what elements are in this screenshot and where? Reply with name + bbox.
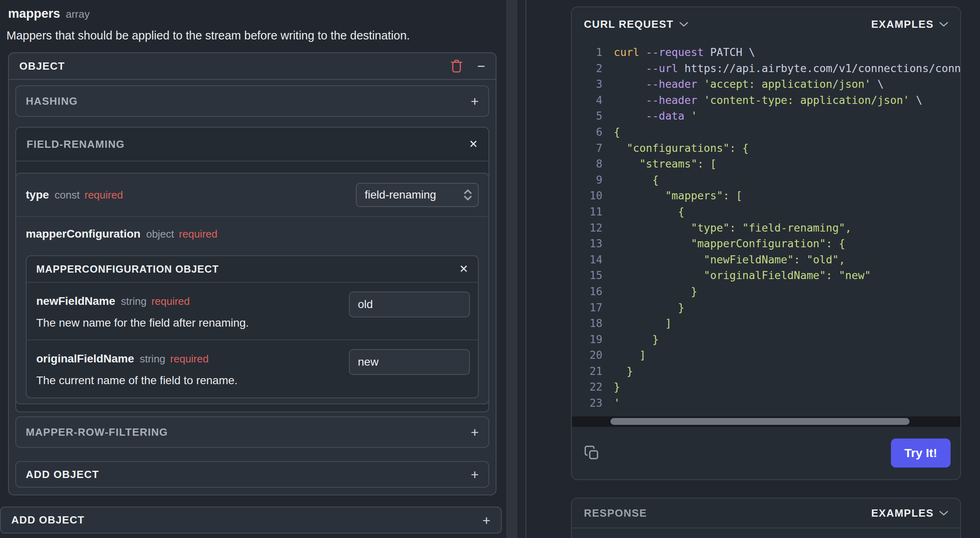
field-renaming-card: type const required field-renaming bbox=[15, 173, 489, 404]
new-field-name-kind: string bbox=[121, 295, 147, 308]
line-number: 18 bbox=[572, 315, 602, 331]
code-line: 22} bbox=[572, 379, 960, 395]
code-line: 1curl --request PATCH \ bbox=[572, 44, 960, 60]
response-header: RESPONSE EXAMPLES bbox=[572, 499, 960, 528]
code-line: 17 } bbox=[572, 300, 960, 316]
copy-button[interactable] bbox=[584, 445, 600, 461]
line-number: 8 bbox=[572, 156, 602, 172]
new-field-name-row: newFieldName string required The new nam… bbox=[27, 283, 478, 339]
chevron-down-icon bbox=[939, 22, 948, 27]
new-field-name-input[interactable] bbox=[349, 292, 470, 317]
code-line: 9 { bbox=[572, 172, 960, 188]
curl-request-header: CURL REQUEST EXAMPLES bbox=[572, 7, 960, 41]
vertical-scrollbar[interactable] bbox=[507, 0, 517, 538]
code-line: 15 "originalFieldName": "new" bbox=[572, 267, 960, 283]
close-mapper-configuration-button[interactable]: ✕ bbox=[459, 264, 468, 275]
field-name: mappers bbox=[8, 6, 60, 21]
mapper-configuration-required: required bbox=[179, 228, 217, 240]
line-number: 22 bbox=[572, 379, 602, 395]
remove-field-renaming-button[interactable]: ✕ bbox=[469, 139, 478, 150]
close-icon: ✕ bbox=[469, 139, 478, 150]
code-line: 7 "configurations": { bbox=[572, 140, 960, 156]
type-row: type const required field-renaming bbox=[16, 174, 488, 217]
code-line: 21 } bbox=[572, 363, 960, 379]
line-number: 11 bbox=[572, 204, 602, 220]
chevron-down-icon bbox=[679, 22, 688, 27]
line-number: 3 bbox=[572, 76, 602, 92]
code-line: 19 } bbox=[572, 331, 960, 348]
mapper-configuration-panel: MAPPERCONFIGURATION OBJECT ✕ newFieldNam… bbox=[26, 255, 479, 398]
line-number: 4 bbox=[572, 92, 602, 108]
horizontal-scrollbar-thumb[interactable] bbox=[610, 418, 909, 425]
code-line: 3 --header 'accept: application/json' \ bbox=[572, 76, 960, 92]
add-object-inner-button[interactable]: ADD OBJECT + bbox=[15, 461, 489, 488]
type-select[interactable]: field-renaming bbox=[356, 183, 479, 207]
delete-object-button[interactable] bbox=[451, 59, 463, 73]
examples-dropdown[interactable]: EXAMPLES bbox=[871, 18, 948, 31]
line-number: 17 bbox=[572, 300, 602, 316]
code-line: 11 { bbox=[572, 204, 960, 220]
column-divider bbox=[525, 0, 526, 538]
original-field-name-input[interactable] bbox=[349, 349, 470, 375]
field-renaming-panel: FIELD-RENAMING ✕ type const required fie… bbox=[15, 127, 489, 412]
line-number: 10 bbox=[572, 188, 602, 204]
field-title: mappersarray bbox=[8, 6, 89, 21]
line-number: 9 bbox=[572, 172, 602, 188]
type-field-required: required bbox=[85, 189, 123, 201]
curl-request-panel: CURL REQUEST EXAMPLES 1curl --request PA… bbox=[571, 6, 961, 480]
code-line: 13 "mapperConfiguration": { bbox=[572, 236, 960, 252]
object-panel: OBJECT − HASHING + FIE bbox=[8, 52, 496, 495]
line-number: 12 bbox=[572, 220, 602, 236]
examples-label: EXAMPLES bbox=[871, 507, 934, 519]
trash-icon bbox=[451, 59, 463, 73]
code-line: 20 ] bbox=[572, 347, 960, 363]
horizontal-scrollbar-track[interactable] bbox=[572, 416, 960, 427]
close-icon: ✕ bbox=[459, 264, 468, 275]
response-title: RESPONSE bbox=[584, 507, 647, 519]
code-line: 2 --url https://api.airbyte.com/v1/conne… bbox=[572, 60, 960, 77]
line-number: 16 bbox=[572, 283, 602, 300]
line-number: 20 bbox=[572, 347, 602, 363]
original-field-name-label: originalFieldName bbox=[36, 352, 134, 365]
add-object-outer-button[interactable]: ADD OBJECT + bbox=[0, 507, 502, 534]
field-description: Mappers that should be applied to the st… bbox=[6, 29, 410, 42]
plus-icon: + bbox=[471, 425, 479, 439]
line-number: 13 bbox=[572, 236, 602, 252]
object-panel-header: OBJECT − bbox=[9, 53, 496, 80]
hashing-section[interactable]: HASHING + bbox=[15, 85, 489, 117]
line-number: 2 bbox=[572, 60, 602, 77]
field-renaming-title: FIELD-RENAMING bbox=[27, 138, 125, 151]
line-number: 7 bbox=[572, 140, 602, 156]
field-renaming-header: FIELD-RENAMING ✕ bbox=[16, 128, 488, 161]
curl-request-footer: Try It! bbox=[572, 427, 960, 479]
mapper-configuration-name: mapperConfiguration bbox=[26, 228, 141, 240]
new-field-name-description: The new name for the field after renamin… bbox=[36, 317, 468, 329]
response-examples-dropdown[interactable]: EXAMPLES bbox=[871, 507, 948, 519]
response-panel: RESPONSE EXAMPLES bbox=[571, 498, 961, 538]
original-field-name-required: required bbox=[170, 353, 208, 365]
mapper-configuration-label-row: mapperConfiguration object required bbox=[26, 226, 479, 242]
examples-label: EXAMPLES bbox=[871, 18, 934, 31]
collapse-object-button[interactable]: − bbox=[477, 59, 485, 73]
line-number: 5 bbox=[572, 108, 602, 124]
mapper-configuration-kind: object bbox=[146, 228, 174, 240]
chevron-down-icon bbox=[939, 511, 948, 516]
type-select-value: field-renaming bbox=[365, 188, 463, 201]
line-number: 19 bbox=[572, 331, 602, 348]
add-object-outer-label: ADD OBJECT bbox=[11, 514, 85, 526]
mapper-configuration-section: mapperConfiguration object required MAPP… bbox=[16, 217, 488, 398]
type-field-kind: const bbox=[55, 189, 80, 201]
curl-request-dropdown[interactable]: CURL REQUEST bbox=[584, 18, 688, 31]
select-stepper-icon bbox=[463, 189, 472, 201]
code-line: 4 --header 'content-type: application/js… bbox=[572, 92, 960, 108]
code-line: 5 --data ' bbox=[572, 108, 960, 124]
code-line: 23' bbox=[572, 395, 960, 411]
type-field-name: type bbox=[26, 188, 49, 201]
line-number: 21 bbox=[572, 363, 602, 379]
code-line: 8 "streams": [ bbox=[572, 156, 960, 172]
mapper-row-filtering-section[interactable]: MAPPER-ROW-FILTERING + bbox=[15, 416, 489, 448]
object-panel-title: OBJECT bbox=[19, 60, 65, 72]
try-it-button[interactable]: Try It! bbox=[891, 439, 951, 468]
line-number: 1 bbox=[572, 44, 602, 60]
new-field-name-label: newFieldName bbox=[36, 295, 115, 308]
